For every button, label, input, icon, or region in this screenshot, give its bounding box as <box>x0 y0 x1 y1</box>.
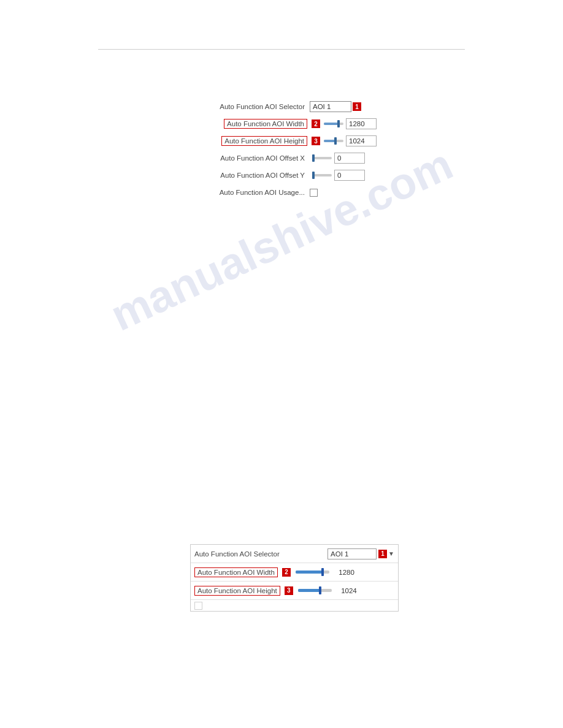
offset-y-control <box>310 170 371 181</box>
selector-control: 1 <box>310 101 371 112</box>
usage-label: Auto Function AOI Usage... <box>190 189 310 196</box>
usage-row: Auto Function AOI Usage... <box>190 184 371 201</box>
b-height-slider[interactable] <box>298 589 332 592</box>
height-label-wrap: Auto Function AOI Height <box>190 136 310 146</box>
b-partial-row <box>191 600 398 611</box>
offset-y-slider[interactable] <box>312 174 332 176</box>
height-value[interactable] <box>346 135 377 146</box>
selector-label: Auto Function AOI Selector <box>190 103 310 110</box>
b-width-fill <box>296 571 323 574</box>
b-width-value: 1280 <box>333 569 354 576</box>
height-slider-thumb <box>334 137 337 145</box>
offset-x-value[interactable] <box>334 153 365 164</box>
offset-y-thumb <box>312 172 315 179</box>
top-divider <box>98 49 465 50</box>
b-height-row: Auto Function AOI Height 3 1024 <box>191 582 398 600</box>
width-badge: 2 <box>312 119 320 128</box>
width-slider[interactable] <box>324 123 343 125</box>
b-width-label-wrap: Auto Function AOI Width <box>194 567 278 577</box>
width-slider-fill <box>324 123 339 125</box>
b-height-label: Auto Function AOI Height <box>194 586 280 596</box>
offset-y-label: Auto Function AOI Offset Y <box>190 172 310 179</box>
offset-x-row: Auto Function AOI Offset X <box>190 150 371 167</box>
height-label: Auto Function AOI Height <box>221 136 307 146</box>
b-selector-row: Auto Function AOI Selector 1 ▼ <box>191 545 398 563</box>
offset-x-label: Auto Function AOI Offset X <box>190 154 310 162</box>
b-width-row: Auto Function AOI Width 2 1280 <box>191 563 398 582</box>
b-height-label-wrap: Auto Function AOI Height <box>194 586 280 596</box>
b-width-slider[interactable] <box>296 571 329 574</box>
height-row: Auto Function AOI Height 3 <box>190 132 371 150</box>
offset-x-thumb <box>312 154 315 162</box>
top-panel: Auto Function AOI Selector 1 Auto Functi… <box>190 98 371 201</box>
b-dropdown-arrow-icon[interactable]: ▼ <box>388 550 394 557</box>
b-height-thumb <box>319 586 321 594</box>
offset-y-row: Auto Function AOI Offset Y <box>190 167 371 184</box>
selector-badge: 1 <box>353 102 361 111</box>
b-height-badge: 3 <box>285 586 293 595</box>
b-width-badge: 2 <box>282 568 291 577</box>
usage-control <box>310 189 371 197</box>
height-badge: 3 <box>312 137 320 145</box>
offset-x-control <box>310 153 371 164</box>
b-width-thumb <box>321 568 324 576</box>
b-height-fill <box>298 589 320 592</box>
width-value[interactable] <box>346 118 377 129</box>
b-selector-badge: 1 <box>378 550 387 558</box>
b-partial-checkbox[interactable] <box>194 602 202 610</box>
usage-checkbox[interactable] <box>310 189 318 197</box>
b-selector-control: 1 ▼ <box>327 548 394 559</box>
offset-y-value[interactable] <box>334 170 365 181</box>
width-label-wrap: Auto Function AOI Width <box>190 119 310 129</box>
b-width-label: Auto Function AOI Width <box>194 567 278 577</box>
selector-input[interactable] <box>310 101 351 112</box>
b-selector-input[interactable] <box>327 548 377 559</box>
width-row: Auto Function AOI Width 2 <box>190 115 371 132</box>
width-slider-thumb <box>337 120 340 127</box>
height-slider[interactable] <box>324 140 343 142</box>
selector-row: Auto Function AOI Selector 1 <box>190 98 371 115</box>
bottom-panel: Auto Function AOI Selector 1 ▼ Auto Func… <box>190 544 399 612</box>
b-height-value: 1024 <box>335 587 357 594</box>
offset-x-slider[interactable] <box>312 157 332 159</box>
width-label: Auto Function AOI Width <box>224 119 307 129</box>
b-selector-label: Auto Function AOI Selector <box>194 550 327 558</box>
